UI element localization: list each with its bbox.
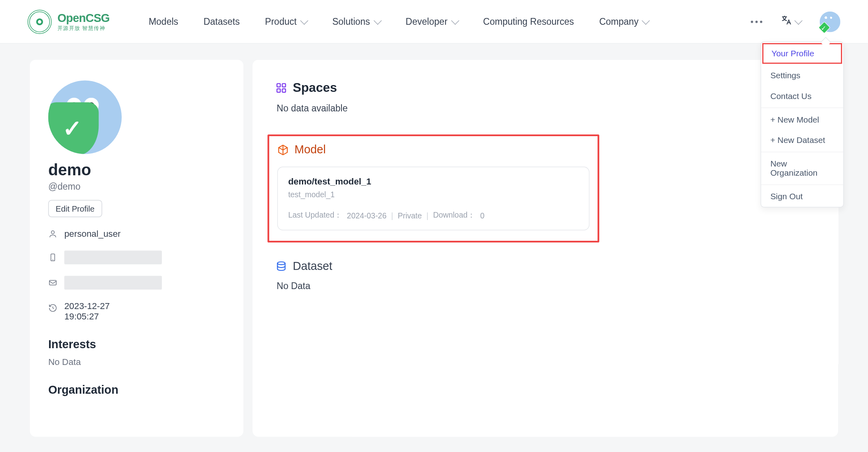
spaces-heading: Spaces: [293, 80, 337, 95]
nav-developer-label: Developer: [406, 16, 448, 27]
dropdown-settings[interactable]: Settings: [761, 65, 843, 86]
dropdown-new-organization[interactable]: New Organization: [761, 153, 843, 183]
model-download-label: Download：: [433, 210, 476, 221]
svg-rect-6: [277, 89, 280, 92]
user-avatar[interactable]: ✓: [820, 11, 840, 32]
profile-joined-time: 19:05:27: [64, 311, 110, 322]
model-card-meta: Last Updated： 2024-03-26 | Private | Dow…: [288, 210, 578, 221]
spaces-icon: [276, 82, 287, 94]
edit-profile-button[interactable]: Edit Profile: [48, 200, 102, 217]
profile-joined-date: 2023-12-27: [64, 301, 110, 311]
brand-tagline: 开源开放 智慧传神: [57, 24, 110, 32]
chevron-down-icon: [642, 16, 650, 24]
spaces-section-header: Spaces: [276, 80, 815, 95]
cube-icon: [277, 144, 289, 155]
nav-models-label: Models: [149, 16, 178, 27]
dropdown-separator: [761, 107, 843, 108]
profile-email-value: [64, 276, 162, 290]
model-last-updated-label: Last Updated：: [288, 210, 342, 221]
chevron-down-icon: [794, 16, 802, 24]
model-last-updated-value: 2024-03-26: [347, 211, 387, 220]
shield-check-icon: [48, 102, 99, 154]
nav-computing-resources[interactable]: Computing Resources: [483, 16, 574, 27]
profile-display-name: demo: [48, 161, 225, 179]
profile-handle: @demo: [48, 182, 225, 192]
nav-product[interactable]: Product: [265, 16, 307, 27]
dropdown-contact-us[interactable]: Contact Us: [761, 85, 843, 106]
dataset-heading: Dataset: [293, 260, 332, 273]
svg-rect-4: [277, 83, 280, 87]
model-download-value: 0: [480, 211, 485, 220]
nav-solutions-label: Solutions: [332, 16, 370, 27]
dropdown-new-dataset[interactable]: + New Dataset: [761, 130, 843, 151]
organization-heading: Organization: [48, 383, 225, 396]
svg-point-0: [51, 231, 55, 234]
mail-icon: [48, 278, 57, 287]
database-icon: [276, 261, 287, 272]
spaces-empty: No data available: [277, 103, 815, 114]
user-icon: [48, 229, 57, 238]
model-section-highlight: Model demo/test_model_1 test_model_1 Las…: [268, 135, 600, 243]
profile-phone-value: [64, 250, 162, 264]
user-dropdown: Your Profile Settings Contact Us + New M…: [761, 42, 844, 208]
svg-rect-5: [282, 83, 286, 87]
top-navbar: OpenCSG 开源开放 智慧传神 Models Datasets Produc…: [0, 0, 868, 44]
svg-point-8: [278, 262, 285, 264]
translate-icon: [781, 14, 792, 29]
language-switcher[interactable]: [781, 14, 801, 29]
nav-solutions[interactable]: Solutions: [332, 16, 381, 27]
chevron-down-icon: [373, 16, 381, 24]
nav-developer[interactable]: Developer: [406, 16, 458, 27]
svg-rect-3: [49, 280, 56, 285]
dropdown-separator: [761, 152, 843, 152]
logo-icon: [28, 10, 51, 34]
chevron-down-icon: [451, 16, 459, 24]
model-card-title: demo/test_model_1: [288, 176, 578, 187]
nav-datasets[interactable]: Datasets: [203, 16, 240, 27]
model-visibility: Private: [398, 211, 422, 220]
profile-role-row: personal_user: [48, 229, 225, 239]
profile-main: Spaces No data available Model demo/test…: [253, 60, 838, 437]
dataset-section-header: Dataset: [276, 260, 815, 273]
dataset-empty: No Data: [277, 281, 815, 291]
brand-logo[interactable]: OpenCSG 开源开放 智慧传神: [28, 10, 110, 34]
profile-email-row: [48, 276, 225, 290]
more-menu-icon[interactable]: [751, 20, 762, 23]
chevron-down-icon: [300, 16, 308, 24]
clock-history-icon: [48, 303, 57, 313]
model-section-header: Model: [277, 143, 590, 156]
profile-avatar: [48, 80, 122, 154]
nav-models[interactable]: Models: [149, 16, 178, 27]
nav-computing-label: Computing Resources: [483, 16, 574, 27]
verified-check-icon: ✓: [821, 24, 826, 32]
nav-company-label: Company: [599, 16, 639, 27]
dropdown-your-profile[interactable]: Your Profile: [762, 43, 842, 64]
svg-rect-7: [282, 89, 286, 92]
interests-empty: No Data: [48, 357, 225, 367]
model-card-subtitle: test_model_1: [288, 190, 578, 199]
brand-name: OpenCSG: [57, 11, 110, 24]
model-heading: Model: [294, 143, 326, 156]
interests-heading: Interests: [48, 338, 225, 351]
profile-role: personal_user: [64, 229, 120, 239]
dropdown-separator: [761, 184, 843, 185]
profile-sidebar: demo @demo Edit Profile personal_user 20…: [30, 60, 243, 437]
phone-icon: [48, 253, 57, 262]
profile-joined-row: 2023-12-27 19:05:27: [48, 301, 225, 322]
dropdown-sign-out[interactable]: Sign Out: [761, 186, 843, 207]
dropdown-new-model[interactable]: + New Model: [761, 109, 843, 130]
nav-datasets-label: Datasets: [203, 16, 240, 27]
profile-phone-row: [48, 250, 225, 264]
model-card[interactable]: demo/test_model_1 test_model_1 Last Upda…: [277, 167, 590, 230]
nav-links: Models Datasets Product Solutions Develo…: [149, 16, 649, 27]
nav-company[interactable]: Company: [599, 16, 649, 27]
nav-product-label: Product: [265, 16, 296, 27]
